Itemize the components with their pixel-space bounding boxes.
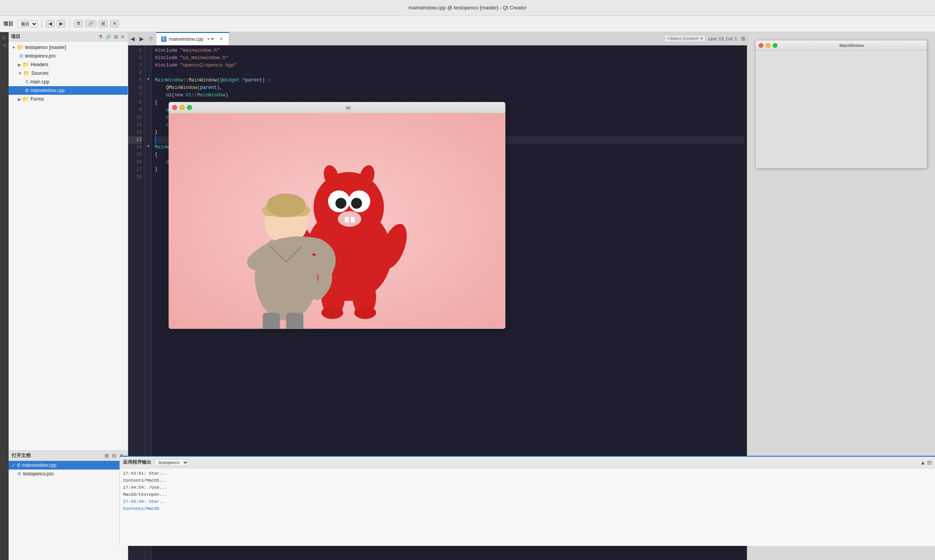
tree-label-main-cpp: main.cpp <box>30 79 49 85</box>
code-line-2: #include "ui_mainwindow.h" <box>155 54 744 62</box>
tree-label-sources: Sources <box>31 70 49 76</box>
tree-label-mainwindow-cpp: mainwindow.cpp <box>30 88 65 93</box>
arrow-root: ▼ <box>12 45 16 50</box>
img-window-title: ss <box>194 105 502 110</box>
output-line-3: 17:44:54: /Use... <box>128 484 747 491</box>
tab-dropdown[interactable]: ▾ <box>206 36 216 42</box>
nav-back-btn[interactable]: ◀ <box>46 20 54 27</box>
img-close-btn[interactable] <box>172 105 177 110</box>
fold-14[interactable]: ▼ <box>145 142 151 150</box>
code-line-5: MainWindow::MainWindow(QWidget *parent) … <box>155 77 744 84</box>
image-window: ss <box>169 102 506 329</box>
svg-point-22 <box>266 193 306 217</box>
file-tree-header: 项目 ⚗ 🔗 ⊞ ✕ <box>9 32 128 42</box>
app-output-panel: 应用程序输出 testopencv ▲ ⊟ 17:42:51: Star... … <box>128 456 747 546</box>
svg-rect-16 <box>345 217 349 222</box>
tree-split-btn[interactable]: ⊞ <box>113 34 119 40</box>
tree-item-mainwindow-cpp[interactable]: C mainwindow.cpp <box>9 86 128 95</box>
output-header: 应用程序输出 testopencv ▲ ⊟ <box>128 457 747 468</box>
tree-link-btn[interactable]: 🔗 <box>105 34 112 40</box>
icon-main-cpp: C <box>25 79 29 84</box>
fold-5[interactable]: ▼ <box>145 75 151 83</box>
img-min-btn[interactable] <box>179 105 185 110</box>
icon-root: 📁 <box>17 44 24 51</box>
code-line-7: ui(new Ui::MainWindow) <box>155 92 744 99</box>
icon-open-pro: ⚙ <box>17 471 22 477</box>
nav-forward-btn[interactable]: ▶ <box>57 20 65 27</box>
qt-close-btn[interactable] <box>759 43 763 48</box>
separator-2 <box>69 19 70 29</box>
left-panel: 项目 ⚗ 🔗 ⊞ ✕ ▼ 📁 testopencv [master] ⚙ tes… <box>9 32 128 560</box>
qt-preview-window: MainWindow <box>755 40 927 168</box>
tab-close-btn[interactable]: ✕ <box>218 36 224 42</box>
svg-point-5 <box>335 198 346 209</box>
left-sidebar: ▷ ◁ <box>0 32 9 560</box>
sidebar-icon-2[interactable]: ◁ <box>1 42 8 49</box>
split-btn[interactable]: ⊞ <box>99 20 108 27</box>
svg-rect-25 <box>286 313 303 329</box>
close-panel-btn[interactable]: ✕ <box>110 20 119 27</box>
code-line-3: #include "opencv2/opencv.hpp" <box>155 62 744 69</box>
tree-item-pro[interactable]: ⚙ testopencv.pro <box>9 52 128 60</box>
tree-item-root[interactable]: ▼ 📁 testopencv [master] <box>9 43 128 52</box>
project-label: 项目 <box>3 20 13 27</box>
expand-editor-btn[interactable]: ⊞ <box>739 36 747 42</box>
filter-btn[interactable]: ⚗ <box>74 20 83 27</box>
svg-point-6 <box>351 198 362 209</box>
tree-item-main-cpp[interactable]: C main.cpp <box>9 78 128 86</box>
code-line-4 <box>155 69 744 77</box>
recent-files-btn[interactable]: ⏱ <box>146 32 156 45</box>
svg-rect-24 <box>263 313 280 329</box>
image-body <box>169 113 505 329</box>
tree-item-headers[interactable]: ▶ 📁 Headers <box>9 60 128 69</box>
tree-label-root: testopencv [master] <box>25 45 66 50</box>
project-select[interactable]: 项目 <box>17 20 38 27</box>
nav-forward-editor-btn[interactable]: ▶ <box>137 32 146 45</box>
img-max-btn[interactable] <box>187 105 192 110</box>
qt-min-btn[interactable] <box>766 43 770 48</box>
icon-sources: 📁 <box>23 70 30 76</box>
tree-item-sources[interactable]: ▼ 📁 Sources <box>9 69 128 78</box>
nav-back-editor-btn[interactable]: ◀ <box>128 32 137 45</box>
svg-point-2 <box>313 172 384 242</box>
open-docs-header: 打开文档 ⊞ ⊟ ✕ <box>9 451 128 461</box>
icon-pro: ⚙ <box>19 53 24 59</box>
tree-label-pro: testopencv.pro <box>25 53 56 59</box>
icon-open-mainwindow: C <box>17 463 20 468</box>
svg-point-12 <box>354 306 376 319</box>
tree-close-btn[interactable]: ✕ <box>120 34 125 40</box>
output-line-1: 17:42:51: Star... <box>128 470 747 477</box>
qt-max-btn[interactable] <box>773 43 777 48</box>
output-selector[interactable]: testopencv <box>154 459 189 466</box>
recent-icon: ⏱ <box>149 36 153 41</box>
tab-bar: ◀ ▶ ⏱ C mainwindow.cpp ▾ ✕ <Select Symbo… <box>128 32 747 45</box>
output-line-2: Contents/MacOS... <box>128 477 747 484</box>
open-doc-pro[interactable]: ⚙ testopencv.pro <box>9 470 128 478</box>
open-docs-split-btn[interactable]: ⊟ <box>111 453 117 459</box>
output-line-4: MacOS/testopen... <box>128 491 747 498</box>
tree-item-forms[interactable]: ▶ 📁 Forms <box>9 95 128 103</box>
tab-label: mainwindow.cpp <box>169 36 203 42</box>
image-titlebar: ss <box>169 102 505 113</box>
qt-window-title: MainWindow <box>780 43 924 48</box>
output-line-blue-2: Contents/MacOS <box>128 505 747 512</box>
icon-forms: 📁 <box>22 96 29 102</box>
tree-header-actions: ⚗ 🔗 ⊞ ✕ <box>98 34 125 40</box>
symbol-select-box[interactable]: <Select Symbol> ▾ <box>664 35 706 42</box>
open-doc-mainwindow[interactable]: ✓ C mainwindow.cpp <box>9 461 128 470</box>
line-col-indicator: Line: 13, Col: 1 <box>708 36 737 41</box>
open-docs-sort-btn[interactable]: ⊞ <box>104 453 110 459</box>
tab-mainwindow-cpp[interactable]: C mainwindow.cpp ▾ ✕ <box>156 32 229 45</box>
tree-filter-btn[interactable]: ⚗ <box>98 34 103 40</box>
svg-point-11 <box>321 306 343 319</box>
output-content[interactable]: 17:42:51: Star... Contents/MacOS... 17:4… <box>128 468 747 546</box>
tree-label-forms: Forms <box>31 96 44 102</box>
qt-titlebar: MainWindow <box>756 40 927 51</box>
code-line-6: QMainWindow(parent), <box>155 84 744 92</box>
svg-point-15 <box>338 211 361 227</box>
output-title: 应用程序输出 <box>128 459 151 466</box>
file-tree: ▼ 📁 testopencv [master] ⚙ testopencv.pro… <box>9 42 128 450</box>
sidebar-icon-1[interactable]: ▷ <box>1 34 8 41</box>
link-btn[interactable]: 🔗 <box>85 20 96 27</box>
qt-content-area <box>756 51 927 168</box>
